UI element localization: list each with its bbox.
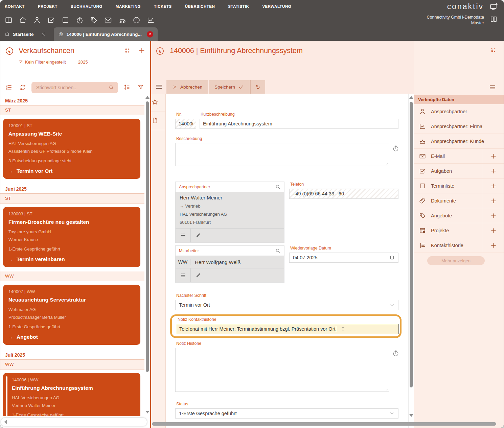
left-vertical-scrollbar[interactable] — [145, 96, 150, 413]
beschreibung-field[interactable] — [175, 143, 389, 166]
monitor-plus-icon[interactable] — [489, 2, 498, 11]
menu-marketing[interactable]: MARKETING — [116, 4, 141, 8]
star-icon[interactable] — [151, 98, 159, 106]
notiz-kontakthistorie-field[interactable]: Telefonat mit Herr Meiner; Terminabstimm… — [176, 324, 399, 334]
menu-tickets[interactable]: TICKETS — [154, 4, 172, 8]
timer-icon[interactable] — [392, 350, 399, 357]
add-email-button[interactable] — [483, 149, 504, 163]
scroll-down-arrow[interactable] — [409, 414, 413, 417]
status-select[interactable]: 1-Erste Gespräche geführt — [175, 408, 398, 419]
search-input[interactable] — [31, 82, 118, 93]
refresh-icon[interactable] — [19, 84, 27, 91]
menu-icon[interactable] — [489, 84, 496, 91]
linked-item-projekte[interactable]: Projekte — [414, 223, 504, 238]
document-icon[interactable] — [151, 117, 159, 124]
menu-icon[interactable] — [155, 83, 163, 91]
home-icon[interactable] — [19, 16, 27, 24]
opportunity-card-140006-selected[interactable]: 140006 | WW Einführung Abrechnungssystem… — [3, 373, 140, 416]
linked-item-terminliste[interactable]: Terminliste — [414, 179, 504, 193]
factory-chart-icon[interactable] — [146, 16, 155, 24]
calendar-checkbox-icon[interactable] — [389, 255, 395, 260]
list-icon[interactable] — [180, 232, 186, 239]
scroll-down-arrow[interactable] — [145, 411, 150, 413]
person-icon[interactable] — [33, 16, 41, 24]
add-offer-button[interactable] — [483, 208, 504, 223]
menu-verwaltung[interactable]: VERWALTUNG — [262, 4, 291, 8]
expand-icon[interactable] — [490, 47, 496, 53]
linked-item-kontakthistorie[interactable]: Kontakthistorie — [414, 238, 504, 253]
save-close-button[interactable] — [250, 80, 265, 94]
wiedervorlage-field[interactable]: 04.07.2025 — [289, 253, 398, 263]
scroll-up-arrow[interactable] — [145, 96, 150, 99]
pen-icon[interactable] — [195, 232, 201, 239]
add-document-button[interactable] — [483, 193, 504, 208]
card-contact: Vertrieb Walter Meiner — [12, 403, 135, 408]
main-vertical-scrollbar[interactable] — [408, 94, 414, 428]
linked-item-aufgaben[interactable]: Aufgaben — [414, 164, 504, 179]
save-button[interactable]: Speichern — [209, 80, 250, 94]
columns-icon[interactable] — [490, 15, 498, 23]
assign-pen-icon[interactable] — [195, 272, 201, 279]
linked-item-dokumente[interactable]: Dokumente — [414, 193, 504, 208]
tab-record-140006[interactable]: € 140006 | Einführung Abrechnung... — [54, 27, 158, 41]
linked-item-angebote[interactable]: € Angebote — [414, 208, 504, 223]
filter-status-text[interactable]: Kein Filter eingestellt — [25, 60, 66, 65]
menu-statistik[interactable]: STATISTIK — [228, 4, 249, 8]
task-check-icon[interactable] — [47, 16, 55, 24]
close-tab-icon[interactable] — [41, 32, 46, 37]
filter-icon[interactable] — [137, 84, 144, 91]
list-icon[interactable] — [180, 272, 186, 279]
search-icon[interactable] — [275, 184, 281, 190]
scroll-up-arrow[interactable] — [409, 96, 413, 99]
menu-kontakt[interactable]: KONTAKT — [5, 4, 25, 8]
square-icon[interactable] — [61, 16, 70, 24]
card-company: Wehmaier AG — [8, 307, 135, 312]
scrollbar-thumb[interactable] — [146, 101, 149, 372]
add-termin-button[interactable] — [483, 179, 504, 193]
naechster-schritt-select[interactable]: Termin vor Ort — [175, 300, 398, 310]
add-project-button[interactable] — [483, 223, 504, 238]
search-icon[interactable] — [275, 248, 281, 254]
show-more-button[interactable]: Mehr anzeigen — [427, 256, 485, 265]
timer-icon[interactable] — [75, 16, 84, 24]
opportunity-card-140007[interactable]: 140007 | WW Neuausrichtung Serverstruktu… — [3, 285, 140, 345]
left-horizontal-scrollbar[interactable] — [1, 418, 147, 426]
linked-item-ansprechpartner-kunde[interactable]: Ansprechpartner: Kunde — [414, 134, 504, 149]
telefon-field[interactable] — [289, 189, 398, 199]
badge-euro-icon[interactable]: € — [132, 16, 141, 24]
linked-item-ansprechpartner-firma[interactable]: Ansprechpartner: Firma — [414, 119, 504, 134]
resize-handle-icon[interactable] — [384, 161, 388, 165]
nr-field[interactable] — [175, 119, 196, 129]
menu-uebersichten[interactable]: ÜBERSICHTEN — [185, 4, 215, 8]
close-tab-button[interactable] — [147, 31, 153, 38]
scrollbar-thumb[interactable] — [410, 102, 413, 387]
menu-buchhaltung[interactable]: BUCHHALTUNG — [71, 4, 102, 8]
cancel-button[interactable]: Abbrechen — [166, 80, 208, 94]
linked-item-ansprechpartner[interactable]: Ansprechpartner — [414, 104, 504, 119]
kurzbeschreibung-field[interactable] — [200, 119, 398, 129]
resize-handle-icon[interactable] — [384, 387, 388, 391]
timer-icon[interactable] — [392, 145, 399, 152]
tab-startseite[interactable]: Startseite — [0, 27, 50, 41]
opportunity-card-130001[interactable]: 130001 | ST Anpassung WEB-Site HAL Versi… — [3, 119, 140, 179]
menu-projekt[interactable]: PROJEKT — [38, 4, 58, 8]
notiz-historie-field[interactable] — [175, 348, 389, 392]
panel-columns-icon[interactable] — [4, 16, 13, 24]
scrollbar-thumb[interactable] — [152, 422, 496, 426]
sort-icon[interactable] — [123, 84, 131, 91]
tag-icon[interactable] — [90, 16, 98, 24]
expand-icon[interactable] — [124, 48, 130, 53]
scroll-left-arrow[interactable] — [4, 420, 7, 424]
main-horizontal-scrollbar[interactable] — [151, 422, 502, 426]
list-view-icon[interactable] — [5, 84, 13, 91]
add-history-button[interactable] — [483, 238, 504, 253]
search-icon[interactable] — [108, 85, 114, 91]
year-checkbox[interactable] — [72, 60, 76, 64]
envelope-icon[interactable] — [104, 16, 112, 24]
month-header: März 2025 — [0, 95, 144, 105]
car-icon[interactable] — [118, 16, 127, 24]
linked-item-email[interactable]: E-Mail — [414, 149, 504, 164]
opportunity-card-130003[interactable]: 130003 | ST Firmen-Broschüre neu gestalt… — [3, 207, 140, 267]
add-opportunity-button[interactable] — [138, 47, 145, 54]
add-task-button[interactable] — [483, 164, 504, 178]
